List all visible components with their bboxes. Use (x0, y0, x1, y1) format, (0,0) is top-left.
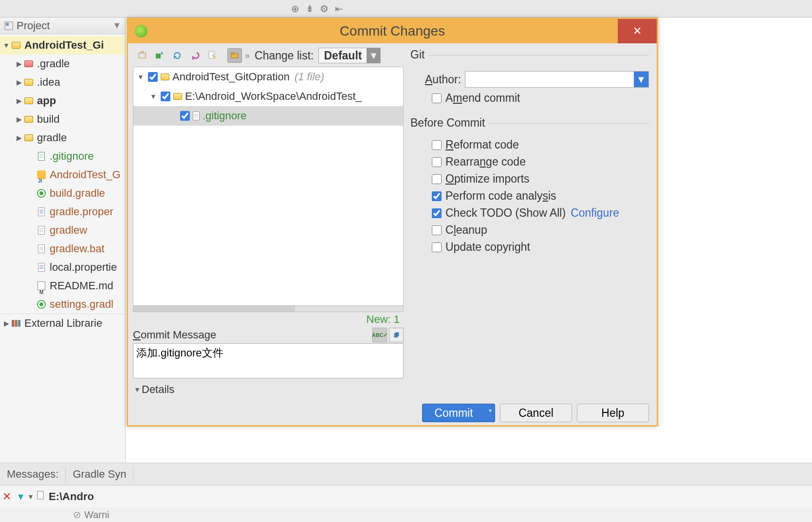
cleanup-label: Cleanup (445, 224, 487, 237)
tree-item-gradleprop[interactable]: gradle.proper (0, 203, 125, 221)
refresh-icon[interactable] (170, 48, 185, 63)
folder-icon (173, 93, 182, 100)
changes-file[interactable]: .gitignore (133, 106, 403, 126)
project-tree[interactable]: ▼ AndroidTest_Gi ▶.gradle ▶.idea ▶app ▶b… (0, 34, 125, 334)
history-icon[interactable]: 🗐 (389, 328, 404, 342)
gradle-icon (36, 299, 47, 310)
details-label: Details (142, 383, 174, 396)
chevron-icon[interactable]: ▼ (27, 493, 36, 501)
move-icon[interactable] (152, 48, 167, 63)
expand-icon[interactable]: ▼ (149, 87, 158, 106)
chevron-down-icon[interactable]: ▼ (133, 386, 142, 393)
tree-item-settingsgradle[interactable]: settings.gradl (0, 295, 125, 314)
tree-item-iml[interactable]: AndroidTest_G (0, 166, 125, 184)
analysis-row[interactable]: Perform code analysis (432, 189, 649, 203)
tree-item-build[interactable]: ▶build (0, 110, 125, 129)
tree-item-idea[interactable]: ▶.idea (0, 73, 125, 92)
amend-checkbox-row[interactable]: Amend commit (432, 92, 649, 105)
tab-messages[interactable]: Messages: (0, 466, 66, 483)
status-line: New: 1 (133, 312, 404, 327)
edit-icon[interactable] (205, 48, 220, 63)
dialog-titlebar[interactable]: Commit Changes ✕ (128, 19, 657, 43)
rearrange-checkbox[interactable] (432, 157, 442, 167)
chevron-down-icon[interactable]: ▼ (634, 72, 648, 87)
target-icon[interactable]: ⊕ (289, 3, 301, 15)
changes-root[interactable]: ▼ AndroidTest_GitOpration (1 file) (133, 67, 403, 87)
tree-item-gradle-dir[interactable]: ▶.gradle (0, 55, 125, 73)
revert-icon[interactable] (187, 48, 202, 63)
ide-warning-line: ⊘ Warni (0, 507, 812, 522)
tree-item-app[interactable]: ▶app (0, 92, 125, 110)
path-checkbox[interactable] (161, 92, 170, 101)
down-icon[interactable]: ▾ (14, 490, 27, 503)
commit-message-input[interactable] (133, 343, 404, 378)
changes-tree[interactable]: ▼ AndroidTest_GitOpration (1 file) ▼ E:\… (133, 67, 404, 306)
copyright-row[interactable]: Update copyright (432, 241, 649, 254)
group-icon[interactable] (227, 48, 242, 63)
tree-item-gradlew[interactable]: gradlew (0, 221, 125, 240)
tree-root[interactable]: ▼ AndroidTest_Gi (0, 36, 125, 55)
close-icon[interactable]: ✕ (0, 490, 14, 503)
gear-icon[interactable]: ⚙ (318, 3, 330, 15)
todo-row[interactable]: Check TODO (Show All) Configure (432, 206, 649, 220)
folder-icon (23, 77, 34, 88)
root-checkbox[interactable] (148, 72, 158, 82)
file-icon (36, 225, 47, 236)
change-list-select[interactable]: Default ▼ (318, 48, 381, 63)
author-input[interactable] (465, 72, 634, 87)
iml-icon (36, 169, 47, 180)
before-commit-header: Before Commit (410, 116, 649, 130)
tree-item-readme[interactable]: README.md (0, 277, 125, 295)
more-chevron-icon[interactable]: » (245, 51, 250, 61)
copyright-label: Update copyright (445, 241, 530, 254)
expand-icon[interactable]: ▼ (2, 36, 11, 55)
configure-link[interactable]: Configure (571, 206, 619, 220)
rearrange-row[interactable]: Rearrange code (432, 155, 649, 168)
copyright-checkbox[interactable] (432, 242, 442, 252)
tree-external-libraries[interactable]: ▶External Librarie (0, 314, 125, 332)
file-icon (193, 112, 200, 120)
project-header-label: Project (17, 19, 50, 32)
svg-rect-4 (156, 54, 161, 58)
commit-dialog: Commit Changes ✕ » Change list: Default … (127, 18, 658, 427)
optimize-checkbox[interactable] (432, 174, 442, 184)
project-panel-header[interactable]: Project ▼ (0, 18, 125, 34)
chevron-down-icon[interactable]: ▼ (367, 48, 380, 63)
change-list-label: Change list: (255, 49, 314, 62)
tree-item-localprop[interactable]: local.propertie (0, 258, 125, 277)
reformat-checkbox[interactable] (432, 140, 442, 150)
tree-item-gitignore[interactable]: .gitignore (0, 147, 125, 166)
dialog-footer: Commit Cancel Help (128, 401, 657, 425)
tree-item-gradle[interactable]: ▶gradle (0, 129, 125, 147)
reformat-row[interactable]: Reformat code (432, 138, 649, 151)
module-icon (11, 40, 21, 51)
analysis-checkbox[interactable] (432, 191, 442, 201)
todo-label: Check TODO (Show All) (445, 206, 566, 220)
file-checkbox[interactable] (180, 111, 190, 121)
changes-path[interactable]: ▼ E:\Android_WorkSpace\AndroidTest_ (133, 87, 403, 106)
todo-checkbox[interactable] (432, 208, 442, 218)
expand-icon[interactable]: ▼ (136, 68, 145, 86)
tab-gradle-sync[interactable]: Gradle Syn (66, 466, 133, 483)
collapse-icon[interactable]: ⇟ (304, 3, 315, 15)
folder-icon (23, 132, 34, 143)
ide-bottom-tabs: Messages: Gradle Syn (0, 463, 812, 485)
tree-item-buildgradle[interactable]: build.gradle (0, 184, 125, 203)
show-diff-icon[interactable] (135, 48, 149, 63)
file-icon (36, 151, 47, 162)
horizontal-scrollbar[interactable] (133, 305, 404, 312)
help-button[interactable]: Help (577, 404, 649, 422)
hide-icon[interactable]: ⇤ (333, 3, 345, 15)
details-toggle[interactable]: ▼ Details (133, 381, 404, 398)
amend-checkbox[interactable] (432, 93, 442, 103)
commit-button[interactable]: Commit (422, 404, 495, 422)
cancel-button[interactable]: Cancel (500, 404, 572, 422)
cleanup-row[interactable]: Cleanup (432, 224, 649, 237)
spellcheck-icon[interactable]: ABC✓ (372, 328, 387, 342)
cleanup-checkbox[interactable] (432, 225, 442, 235)
chevron-down-icon[interactable]: ▼ (112, 20, 121, 31)
optimize-row[interactable]: Optimize imports (432, 172, 649, 186)
root-label: AndroidTest_GitOpration (172, 68, 290, 86)
tree-item-gradlewbat[interactable]: gradlew.bat (0, 240, 125, 258)
author-combobox[interactable]: ▼ (465, 71, 649, 88)
